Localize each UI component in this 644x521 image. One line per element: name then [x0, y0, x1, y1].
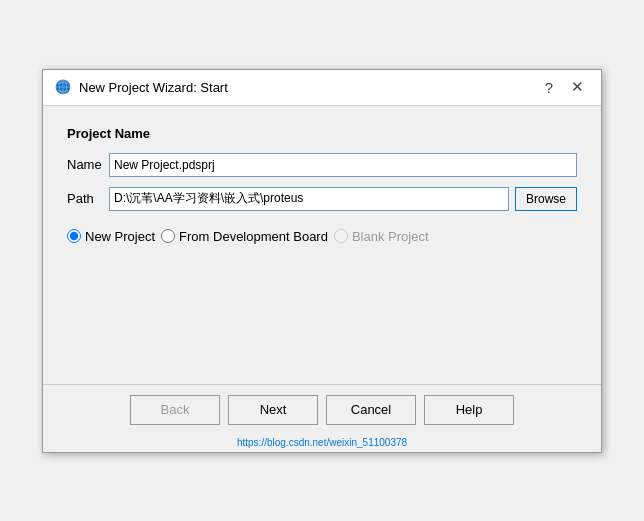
radio-blank-project-input[interactable]: [334, 229, 348, 243]
app-icon: [55, 79, 71, 95]
watermark: https://blog.csdn.net/weixin_51100378: [43, 435, 601, 452]
dialog-footer: Back Next Cancel Help: [43, 384, 601, 435]
path-input[interactable]: [109, 187, 509, 211]
radio-from-board-input[interactable]: [161, 229, 175, 243]
name-input[interactable]: [109, 153, 577, 177]
help-title-button[interactable]: ?: [537, 75, 561, 99]
help-button[interactable]: Help: [424, 395, 514, 425]
path-label: Path: [67, 191, 109, 206]
title-bar: New Project Wizard: Start ? ✕: [43, 70, 601, 106]
radio-blank-project[interactable]: Blank Project: [334, 229, 429, 244]
title-bar-right: ? ✕: [537, 75, 589, 99]
from-board-label: From Development Board: [179, 229, 328, 244]
name-row: Name: [67, 153, 577, 177]
radio-new-project-input[interactable]: [67, 229, 81, 243]
dialog-window: New Project Wizard: Start ? ✕ Project Na…: [42, 69, 602, 453]
window-title: New Project Wizard: Start: [79, 80, 228, 95]
back-button[interactable]: Back: [130, 395, 220, 425]
radio-group: New Project From Development Board Blank…: [67, 229, 577, 244]
path-row: Path Browse: [67, 187, 577, 211]
title-bar-left: New Project Wizard: Start: [55, 79, 228, 95]
cancel-button[interactable]: Cancel: [326, 395, 416, 425]
close-button[interactable]: ✕: [565, 75, 589, 99]
name-label: Name: [67, 157, 109, 172]
radio-from-board[interactable]: From Development Board: [161, 229, 328, 244]
next-button[interactable]: Next: [228, 395, 318, 425]
radio-new-project[interactable]: New Project: [67, 229, 155, 244]
blank-project-label: Blank Project: [352, 229, 429, 244]
new-project-label: New Project: [85, 229, 155, 244]
browse-button[interactable]: Browse: [515, 187, 577, 211]
dialog-body: Project Name Name Path Browse New Projec…: [43, 106, 601, 384]
section-title: Project Name: [67, 126, 577, 141]
